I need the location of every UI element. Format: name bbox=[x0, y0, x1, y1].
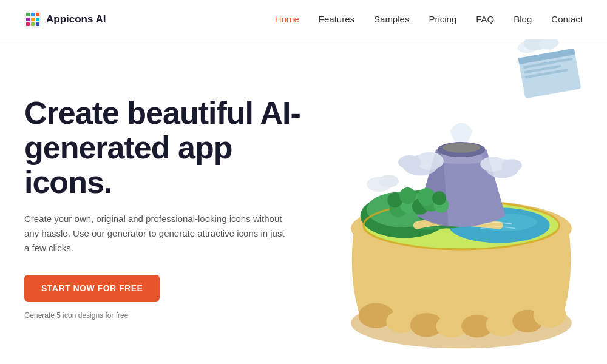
hero-subtitle: Create your own, original and profession… bbox=[24, 212, 285, 255]
svg-point-42 bbox=[399, 187, 416, 204]
logo[interactable]: Appicons AI bbox=[24, 11, 106, 28]
nav-item-samples[interactable]: Samples bbox=[374, 14, 409, 25]
svg-point-44 bbox=[432, 191, 446, 205]
hero-section: Create beautiful AI-generated app icons.… bbox=[0, 39, 607, 364]
svg-point-16 bbox=[534, 302, 566, 328]
svg-point-35 bbox=[379, 175, 399, 187]
logo-icon bbox=[24, 11, 41, 28]
nav-item-features[interactable]: Features bbox=[319, 14, 354, 25]
svg-point-27 bbox=[443, 143, 480, 153]
hero-illustration bbox=[304, 39, 607, 364]
hero-content: Create beautiful AI-generated app icons.… bbox=[24, 96, 328, 320]
nav-item-home[interactable]: Home bbox=[275, 14, 299, 25]
svg-point-32 bbox=[480, 157, 506, 172]
logo-text: Appicons AI bbox=[46, 13, 106, 25]
svg-point-33 bbox=[502, 159, 522, 172]
navbar: Appicons AI Home Features Samples Pricin… bbox=[0, 0, 607, 39]
hero-title: Create beautiful AI-generated app icons. bbox=[24, 96, 328, 200]
nav-item-contact[interactable]: Contact bbox=[551, 14, 583, 25]
nav-item-pricing[interactable]: Pricing bbox=[429, 14, 456, 25]
svg-point-30 bbox=[398, 155, 421, 169]
nav-link-blog[interactable]: Blog bbox=[514, 14, 532, 24]
nav-links: Home Features Samples Pricing FAQ Blog C… bbox=[275, 14, 583, 25]
cta-button[interactable]: START NOW FOR FREE bbox=[24, 275, 160, 302]
nav-link-features[interactable]: Features bbox=[319, 14, 354, 24]
island-svg bbox=[304, 39, 607, 364]
nav-link-home[interactable]: Home bbox=[275, 14, 299, 24]
nav-link-pricing[interactable]: Pricing bbox=[429, 14, 456, 24]
nav-link-contact[interactable]: Contact bbox=[551, 14, 583, 24]
nav-item-faq[interactable]: FAQ bbox=[476, 14, 494, 25]
cta-subtext: Generate 5 icon designs for free bbox=[24, 311, 328, 320]
nav-link-samples[interactable]: Samples bbox=[374, 14, 409, 24]
nav-item-blog[interactable]: Blog bbox=[514, 14, 532, 25]
nav-link-faq[interactable]: FAQ bbox=[476, 14, 494, 24]
